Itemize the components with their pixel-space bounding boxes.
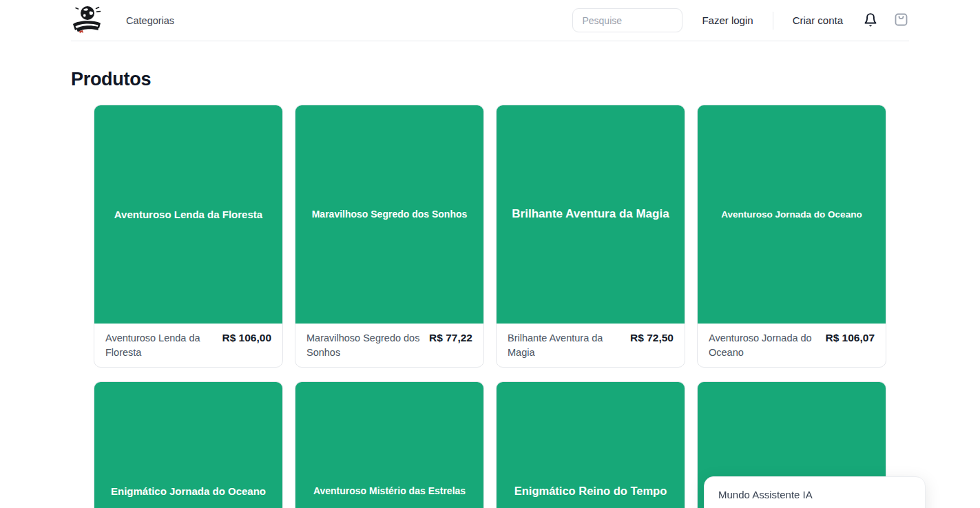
product-image-tile: Brilhante Aventura da Magia	[497, 105, 685, 324]
product-price: R$ 72,50	[630, 331, 674, 344]
product-image-tile: Enigmático Reino do Tempo	[497, 382, 685, 508]
product-card[interactable]: Aventuroso Mistério das Estrelas Aventur…	[295, 381, 484, 508]
main-content: Produtos Aventuroso Lenda da Floresta Av…	[71, 69, 909, 508]
product-name: Maravilhoso Segredo dos Sonhos	[306, 331, 422, 359]
header-divider	[773, 12, 773, 30]
product-tile-title: Brilhante Aventura da Magia	[502, 207, 678, 222]
bell-icon	[862, 10, 879, 30]
product-name: Brilhante Aventura da Magia	[508, 331, 623, 359]
product-tile-title: Enigmático Reino do Tempo	[505, 484, 677, 498]
product-card[interactable]: Aventuroso Lenda da Floresta Aventuroso …	[94, 105, 283, 368]
product-image-tile: Maravilhoso Segredo dos Sonhos	[295, 105, 483, 324]
product-tile-title: Enigmático Jornada do Oceano	[101, 485, 275, 498]
product-card[interactable]: Maravilhoso Segredo dos Sonhos Maravilho…	[295, 105, 484, 368]
assistant-widget[interactable]: Mundo Assistente IA	[704, 476, 926, 508]
shopping-bag-icon	[893, 11, 909, 30]
header: Categorias Fazer login Criar conta	[0, 0, 980, 41]
product-tile-title: Aventuroso Jornada do Oceano	[711, 209, 871, 221]
product-card-footer: Maravilhoso Segredo dos Sonhos R$ 77,22	[295, 324, 483, 367]
product-card-footer: Aventuroso Jornada do Oceano R$ 106,07	[698, 324, 886, 367]
categories-link[interactable]: Categorias	[126, 15, 174, 26]
product-price: R$ 77,22	[429, 331, 472, 344]
product-card-footer: Aventuroso Lenda da Floresta R$ 106,00	[94, 324, 282, 367]
product-name: Aventuroso Jornada do Oceano	[709, 331, 818, 359]
product-card[interactable]: Enigmático Reino do Tempo Enigmático Rei…	[496, 381, 685, 508]
product-card[interactable]: Brilhante Aventura da Magia Brilhante Av…	[496, 105, 685, 368]
product-name: Aventuroso Lenda da Floresta	[105, 331, 215, 359]
cart-button[interactable]	[893, 11, 909, 30]
product-tile-title: Aventuroso Mistério das Estrelas	[304, 485, 475, 497]
product-card-footer: Brilhante Aventura da Magia R$ 72,50	[497, 324, 685, 367]
product-tile-title: Aventuroso Lenda da Floresta	[105, 208, 272, 222]
product-tile-title: Maravilhoso Segredo dos Sonhos	[302, 208, 477, 220]
world-book-logo-icon	[71, 4, 103, 36]
products-grid: Aventuroso Lenda da Floresta Aventuroso …	[71, 105, 909, 508]
product-image-tile: Enigmático Jornada do Oceano	[94, 382, 282, 508]
login-link[interactable]: Fazer login	[702, 14, 753, 26]
signup-link[interactable]: Criar conta	[793, 14, 843, 26]
page-title: Produtos	[71, 69, 909, 90]
product-image-tile: Aventuroso Jornada do Oceano	[698, 105, 886, 324]
product-image-tile: Aventuroso Lenda da Floresta	[94, 105, 282, 324]
product-image-tile: Aventuroso Mistério das Estrelas	[295, 382, 483, 508]
product-price: R$ 106,07	[825, 331, 875, 344]
product-price: R$ 106,00	[222, 331, 271, 344]
product-card[interactable]: Aventuroso Jornada do Oceano Aventuroso …	[697, 105, 886, 368]
search-input[interactable]	[572, 8, 682, 32]
home-logo-button[interactable]	[71, 4, 103, 36]
notifications-button[interactable]	[862, 10, 879, 30]
assistant-widget-title: Mundo Assistente IA	[718, 489, 911, 500]
product-card[interactable]: Enigmático Jornada do Oceano Enigmático …	[94, 381, 283, 508]
